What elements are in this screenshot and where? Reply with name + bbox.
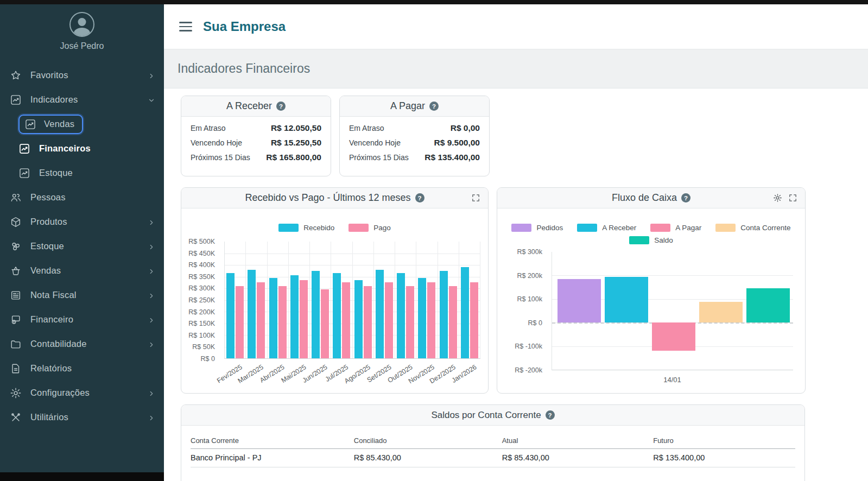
- sidebar-item-estoque[interactable]: Estoque: [0, 161, 164, 185]
- bar-recebido: [290, 275, 299, 358]
- legend-item-a-pagar[interactable]: A Pagar: [650, 224, 701, 232]
- sidebar-item-vendas[interactable]: Vendas: [0, 258, 164, 283]
- sidebar-item-vendas[interactable]: Vendas: [0, 112, 164, 136]
- legend-label: A Pagar: [675, 224, 701, 232]
- sidebar-item-contabilidade[interactable]: Contabilidade: [0, 332, 164, 356]
- y-tick-label: R$ 200k: [517, 272, 542, 280]
- focused-item-ring: Vendas: [18, 115, 83, 134]
- chevron-right-icon: [148, 389, 155, 397]
- bar-group-Mar/2025: [246, 242, 267, 358]
- chart-card-fluxo-de-caixa: Fluxo de Caixa ? Pedidos A Receber A Pag…: [497, 187, 806, 394]
- legend-item-pedidos[interactable]: Pedidos: [511, 224, 563, 232]
- chevron-right-icon: [148, 218, 155, 226]
- card-a-receber-title: A Receber: [226, 100, 272, 112]
- legend-swatch: [629, 236, 649, 244]
- x-axis-label: 14/01: [552, 376, 793, 384]
- bar-pago: [364, 286, 372, 358]
- y-tick-label: R$ 450K: [188, 250, 215, 257]
- bar-pago: [470, 282, 478, 358]
- table-cell: R$ 85.430,00: [502, 453, 654, 462]
- legend-swatch: [577, 224, 597, 232]
- bar-conta-corrente: [699, 302, 743, 322]
- legend-item-pago[interactable]: Pago: [349, 224, 391, 232]
- summary-row: Próximos 15 Dias R$ 135.400,00: [349, 153, 480, 167]
- summary-label: Próximos 15 Dias: [191, 153, 250, 162]
- summary-label: Próximos 15 Dias: [349, 153, 409, 162]
- legend-item-saldo[interactable]: Saldo: [629, 236, 673, 244]
- y-tick-label: R$ 300K: [188, 284, 215, 292]
- sidebar-item-label: Indicadores: [30, 94, 78, 105]
- legend-item-conta-corrente[interactable]: Conta Corrente: [715, 224, 790, 232]
- table-column-header: Conta Corrente: [191, 436, 354, 445]
- bar-pedidos: [557, 279, 601, 322]
- sidebar-item-utilitarios[interactable]: Utilitários: [0, 405, 164, 429]
- summary-label: Em Atraso: [349, 124, 384, 132]
- sidebar-item-financeiros[interactable]: Financeiros: [0, 136, 164, 161]
- sidebar-item-financeiro[interactable]: Financeiro: [0, 307, 164, 332]
- fullscreen-icon[interactable]: [788, 193, 797, 202]
- bar-pago: [449, 286, 457, 358]
- star-icon: [10, 69, 22, 81]
- hamburger-menu-icon[interactable]: [179, 22, 192, 31]
- folder-icon: [10, 338, 22, 350]
- bar-group-Out/2025: [395, 242, 416, 358]
- legend-label: Recebido: [303, 224, 334, 232]
- sidebar-item-label: Estoque: [30, 241, 64, 251]
- bar-group-Abr/2025: [268, 242, 289, 358]
- help-icon[interactable]: ?: [546, 410, 555, 420]
- user-avatar-icon[interactable]: [69, 12, 94, 37]
- sidebar-item-label: Produtos: [30, 217, 67, 227]
- card-a-pagar-title: A Pagar: [390, 100, 425, 112]
- sidebar-item-estoque[interactable]: Estoque: [0, 234, 164, 258]
- sidebar-item-produtos[interactable]: Produtos: [0, 210, 164, 234]
- sidebar-item-pessoas[interactable]: Pessoas: [0, 185, 164, 210]
- summary-label: Vencendo Hoje: [349, 138, 401, 147]
- sidebar-item-label: Vendas: [30, 265, 61, 276]
- sidebar-item-label: Vendas: [44, 119, 74, 129]
- legend-item-a-receber[interactable]: A Receber: [577, 224, 636, 232]
- bar-pago: [427, 282, 435, 358]
- bar-recebido: [376, 270, 384, 358]
- legend-swatch: [715, 224, 736, 232]
- legend-item-recebido[interactable]: Recebido: [278, 224, 334, 232]
- help-icon[interactable]: ?: [681, 193, 690, 202]
- summary-label: Vencendo Hoje: [191, 138, 242, 147]
- gear-icon[interactable]: [773, 193, 782, 202]
- bar-saldo: [746, 288, 790, 322]
- card-a-pagar: A Pagar ? Em Atraso R$ 0,00Vencendo Hoje…: [339, 96, 490, 176]
- sidebar-item-indicadores[interactable]: Indicadores: [0, 87, 164, 112]
- chevron-right-icon: [148, 243, 155, 250]
- bar-recebido: [333, 273, 341, 358]
- x-axis: Fev/2025Mar/2025Abr/2025Mai/2025Jun/2025…: [224, 359, 480, 388]
- bar-group-Fev/2025: [225, 242, 246, 358]
- chart-legend: Pedidos A Receber A Pagar Conta Corrente: [497, 224, 805, 232]
- chevron-right-icon: [148, 292, 155, 299]
- sidebar-item-label: Estoque: [39, 168, 73, 178]
- help-icon[interactable]: ?: [415, 193, 425, 202]
- bar-group-Jan/2026: [459, 242, 480, 358]
- legend-swatch: [349, 224, 369, 232]
- fullscreen-icon[interactable]: [471, 193, 480, 202]
- sidebar-item-relatorios[interactable]: Relatórios: [0, 356, 164, 381]
- sidebar-item-label: Nota Fiscal: [30, 290, 77, 300]
- summary-row: Em Atraso R$ 0,00: [349, 123, 480, 138]
- window-top-strip: [0, 0, 868, 4]
- help-icon[interactable]: ?: [429, 102, 439, 111]
- chart-line-icon: [10, 94, 22, 106]
- company-name: Sua Empresa: [203, 19, 286, 34]
- y-axis: R$ 500KR$ 450KR$ 400KR$ 350KR$ 300KR$ 25…: [181, 242, 220, 359]
- sidebar-item-nota-fiscal[interactable]: Nota Fiscal: [0, 283, 164, 307]
- summary-value: R$ 135.400,00: [425, 153, 480, 162]
- help-icon[interactable]: ?: [276, 102, 286, 111]
- bar-group-Jul/2025: [331, 242, 352, 358]
- sidebar-item-configuracoes[interactable]: Configurações: [0, 381, 164, 405]
- bar-pago: [257, 282, 265, 358]
- legend-label: A Receber: [602, 224, 636, 232]
- bar-pago: [236, 286, 244, 358]
- package-icon: [10, 216, 22, 228]
- y-tick-label: R$ -200k: [515, 366, 542, 374]
- sidebar-item-favoritos[interactable]: Favoritos: [0, 63, 164, 87]
- table-cell: Banco Principal - PJ: [191, 453, 354, 462]
- summary-row: Em Atraso R$ 12.050,50: [191, 123, 321, 138]
- summary-value: R$ 12.050,50: [271, 123, 321, 133]
